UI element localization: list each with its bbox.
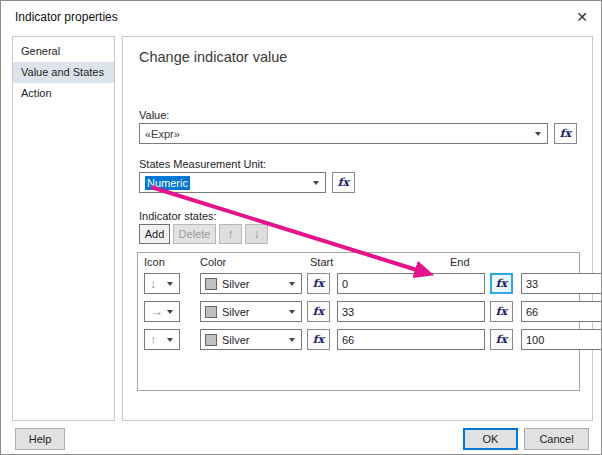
ok-button[interactable]: OK xyxy=(463,428,518,450)
chevron-down-icon[interactable] xyxy=(167,310,173,314)
color-fx-button[interactable]: fx xyxy=(307,301,330,322)
help-button[interactable]: Help xyxy=(15,428,65,450)
page-title: Change indicator value xyxy=(139,49,287,65)
color-name: Silver xyxy=(222,306,250,318)
value-fx-button[interactable]: fx xyxy=(554,123,577,144)
color-fx-button[interactable]: fx xyxy=(307,329,330,350)
right-arrow-icon: → xyxy=(150,305,163,318)
color-dropdown[interactable]: Silver xyxy=(200,273,302,294)
chevron-down-icon[interactable] xyxy=(167,282,173,286)
chevron-down-icon[interactable] xyxy=(289,310,295,314)
chevron-down-icon[interactable] xyxy=(289,282,295,286)
start-fx-button[interactable]: fx xyxy=(490,329,513,350)
color-dropdown[interactable]: Silver xyxy=(200,301,302,322)
end-input[interactable] xyxy=(521,273,602,294)
sidebar-item-general[interactable]: General xyxy=(13,41,114,62)
color-fx-button[interactable]: fx xyxy=(307,273,330,294)
value-combobox[interactable]: «Expr» xyxy=(139,123,548,144)
value-expression-text: «Expr» xyxy=(145,128,180,140)
column-header-icon: Icon xyxy=(144,256,165,268)
start-input[interactable] xyxy=(337,301,485,322)
value-label: Value: xyxy=(139,109,169,121)
delete-state-button[interactable]: Delete xyxy=(173,224,216,244)
start-fx-button[interactable]: fx xyxy=(490,301,513,322)
icon-dropdown[interactable]: ↓ xyxy=(144,273,180,294)
states-toolbar: Add Delete ↑ ↓ xyxy=(139,224,268,244)
color-name: Silver xyxy=(222,278,250,290)
color-swatch xyxy=(205,334,217,346)
chevron-down-icon[interactable] xyxy=(535,132,541,136)
table-row: ↑ Silver fx fx fx xyxy=(138,329,579,350)
column-header-color: Color xyxy=(200,256,226,268)
start-input[interactable] xyxy=(337,329,485,350)
unit-fx-button[interactable]: fx xyxy=(332,172,355,193)
column-header-start: Start xyxy=(310,256,333,268)
color-swatch xyxy=(205,278,217,290)
dialog-title: Indicator properties xyxy=(15,10,118,24)
sidebar: General Value and States Action xyxy=(12,36,115,421)
indicator-states-label: Indicator states: xyxy=(139,210,217,222)
main-panel: Change indicator value Value: «Expr» fx … xyxy=(122,36,593,421)
unit-selected-text: Numeric xyxy=(145,176,190,190)
color-dropdown[interactable]: Silver xyxy=(200,329,302,350)
down-arrow-icon: ↓ xyxy=(150,277,157,290)
chevron-down-icon[interactable] xyxy=(289,338,295,342)
chevron-down-icon[interactable] xyxy=(167,338,173,342)
table-row: → Silver fx fx fx xyxy=(138,301,579,322)
add-state-button[interactable]: Add xyxy=(139,224,170,244)
chevron-down-icon[interactable] xyxy=(313,181,319,185)
column-header-end: End xyxy=(450,256,470,268)
end-input[interactable] xyxy=(521,301,602,322)
move-up-icon[interactable]: ↑ xyxy=(219,224,242,244)
unit-combobox[interactable]: Numeric xyxy=(139,172,326,193)
start-input[interactable] xyxy=(337,273,485,294)
color-name: Silver xyxy=(222,334,250,346)
sidebar-item-action[interactable]: Action xyxy=(13,83,114,104)
end-input[interactable] xyxy=(521,329,602,350)
icon-dropdown[interactable]: → xyxy=(144,301,180,322)
up-arrow-icon: ↑ xyxy=(150,333,157,346)
icon-dropdown[interactable]: ↑ xyxy=(144,329,180,350)
unit-label: States Measurement Unit: xyxy=(139,158,266,170)
indicator-properties-dialog: Indicator properties ✕ General Value and… xyxy=(0,0,602,455)
color-swatch xyxy=(205,306,217,318)
table-row: ↓ Silver fx fx fx xyxy=(138,273,579,294)
titlebar: Indicator properties ✕ xyxy=(1,1,601,33)
states-table: Icon Color Start End ↓ Silver fx xyxy=(137,252,580,391)
move-down-icon[interactable]: ↓ xyxy=(245,224,268,244)
start-fx-button[interactable]: fx xyxy=(490,273,513,294)
sidebar-item-value-and-states[interactable]: Value and States xyxy=(13,62,114,83)
cancel-button[interactable]: Cancel xyxy=(524,428,589,450)
close-icon[interactable]: ✕ xyxy=(576,8,588,26)
